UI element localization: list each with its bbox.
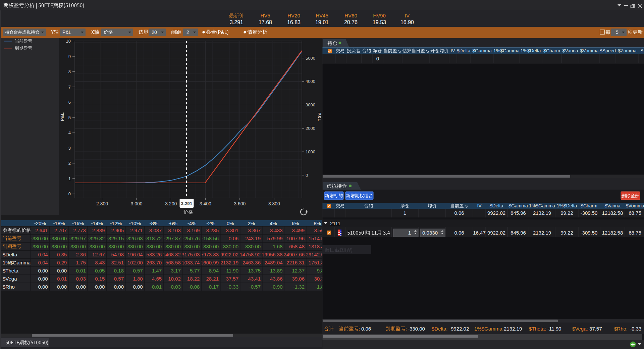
svg-text:0.00: 0.00 <box>38 284 48 290</box>
svg-text:-0.01: -0.01 <box>150 284 162 290</box>
svg-text:12182.58: 12182.58 <box>602 230 623 236</box>
svg-text:2.971: 2.971 <box>130 228 143 233</box>
svg-text:$Rho: $Rho <box>3 284 15 290</box>
svg-text:3.291: 3.291 <box>230 19 243 25</box>
svg-text:1007.96: 1007.96 <box>286 236 305 241</box>
svg-text:$Vega:: $Vega: <box>572 326 588 332</box>
svg-text:HV90: HV90 <box>373 13 386 18</box>
svg-text:9: 9 <box>68 54 71 59</box>
svg-text:3.103: 3.103 <box>168 228 181 233</box>
svg-text:568.58: 568.58 <box>165 260 181 265</box>
svg-text:24907.66: 24907.66 <box>283 252 305 257</box>
svg-text:$Theta: $Theta <box>3 268 18 273</box>
svg-text:$Gamma: $Gamma <box>508 203 528 208</box>
svg-text:$Rho:: $Rho: <box>614 326 628 332</box>
svg-text:4000: 4000 <box>306 79 315 84</box>
svg-text:$Vomma: $Vomma <box>626 203 644 208</box>
svg-text:-330.00: -330.00 <box>221 244 238 249</box>
svg-text:0.0330: 0.0330 <box>422 230 438 236</box>
svg-text:3.291: 3.291 <box>181 201 193 206</box>
svg-text:19.01: 19.01 <box>315 19 329 25</box>
svg-text:1%$Gamma: 1%$Gamma <box>3 260 31 265</box>
svg-text:1033.74: 1033.74 <box>181 260 200 265</box>
svg-text:-13.89: -13.89 <box>268 268 283 273</box>
svg-text:-330.00: -330.00 <box>50 236 67 241</box>
svg-text:10: 10 <box>66 39 71 44</box>
svg-text:3.235: 3.235 <box>206 228 219 233</box>
svg-text:2.36: 2.36 <box>76 252 86 257</box>
svg-text:645.96: 645.96 <box>511 210 526 216</box>
svg-text:-330.00: -330.00 <box>107 244 124 249</box>
svg-text:12182.58: 12182.58 <box>602 210 623 216</box>
svg-text:1000: 1000 <box>306 149 315 154</box>
svg-text:20.76: 20.76 <box>344 19 358 25</box>
svg-text:43.41: 43.41 <box>248 276 261 282</box>
svg-text:3.200: 3.200 <box>165 201 177 206</box>
svg-text:32.51: 32.51 <box>111 260 124 265</box>
svg-text:-0.01: -0.01 <box>74 268 86 273</box>
svg-text:-0.05: -0.05 <box>93 268 105 273</box>
svg-text:-14%: -14% <box>91 220 103 226</box>
svg-text:196.04: 196.04 <box>127 252 143 257</box>
svg-text:$Delta: $Delta <box>457 48 471 53</box>
svg-text:2: 2 <box>68 161 71 166</box>
svg-text:-330.00: -330.00 <box>202 244 219 249</box>
svg-text:2132.19: 2132.19 <box>220 260 238 265</box>
svg-text:-250.76: -250.76 <box>183 236 200 241</box>
svg-text:17.68: 17.68 <box>259 19 272 25</box>
svg-text:$Vanna: $Vanna <box>604 203 620 208</box>
svg-text:-1.47: -1.47 <box>150 268 162 273</box>
svg-text:0.00: 0.00 <box>38 276 48 282</box>
svg-text:2111: 2111 <box>330 220 340 226</box>
svg-text:HV45: HV45 <box>316 13 328 18</box>
svg-text:-297.87: -297.87 <box>164 236 181 241</box>
svg-text:-3.17: -3.17 <box>169 268 181 273</box>
svg-text:2132.19: 2132.19 <box>533 230 551 236</box>
svg-text:3175.03: 3175.03 <box>181 252 200 257</box>
svg-text:16.83: 16.83 <box>287 19 301 25</box>
svg-text:$Zomma: $Zomma <box>618 48 636 53</box>
svg-text:28.21: 28.21 <box>206 276 219 282</box>
svg-text:9922.02: 9922.02 <box>220 252 238 257</box>
svg-text:-309.50: -309.50 <box>581 210 598 216</box>
svg-text:P&L: P&L <box>317 112 322 121</box>
svg-text:16.47: 16.47 <box>473 230 486 236</box>
svg-text:$Speed: $Speed <box>600 48 616 53</box>
svg-text:$Charm: $Charm <box>543 48 560 53</box>
svg-text:-11.90: -11.90 <box>547 326 561 332</box>
svg-text:0.06: 0.06 <box>454 230 464 236</box>
svg-text:-330.00: -330.00 <box>50 244 67 249</box>
svg-text:8%: 8% <box>314 220 321 226</box>
svg-text:-0.33: -0.33 <box>227 284 238 290</box>
svg-text:-318.72: -318.72 <box>145 236 162 241</box>
svg-text:0: 0 <box>68 191 71 196</box>
svg-text:5: 5 <box>616 30 619 35</box>
svg-text:2.773: 2.773 <box>73 228 86 233</box>
svg-text:2.800: 2.800 <box>96 201 108 206</box>
svg-text:1: 1 <box>68 176 71 181</box>
svg-text:-330.00: -330.00 <box>164 244 181 249</box>
svg-text:3000: 3000 <box>306 102 315 107</box>
svg-text:IV: IV <box>405 13 410 18</box>
svg-text:4.65: 4.65 <box>152 276 162 282</box>
svg-text:0.03: 0.03 <box>76 276 86 282</box>
svg-text:263.70: 263.70 <box>146 260 162 265</box>
svg-text:-330.00: -330.00 <box>31 244 48 249</box>
svg-text:0.00: 0.00 <box>114 284 124 290</box>
svg-text:-330.00: -330.00 <box>126 244 143 249</box>
svg-text:2489.04: 2489.04 <box>264 260 282 265</box>
svg-text:0.06: 0.06 <box>361 326 371 332</box>
svg-text:-330.00: -330.00 <box>408 326 425 332</box>
svg-text:1.75: 1.75 <box>76 260 86 265</box>
svg-text:0%: 0% <box>227 220 234 226</box>
svg-text:658.48: 658.48 <box>289 244 305 249</box>
svg-text:0.00: 0.00 <box>38 268 48 273</box>
svg-text:-18%: -18% <box>53 220 65 226</box>
svg-text:99.22: 99.22 <box>560 210 573 216</box>
svg-text:3.400: 3.400 <box>200 201 211 206</box>
svg-text:5000: 5000 <box>306 56 315 61</box>
svg-text:2132.19: 2132.19 <box>533 210 551 216</box>
svg-text:0.29: 0.29 <box>57 260 67 265</box>
svg-text:-330.00: -330.00 <box>88 244 105 249</box>
svg-text:3.169: 3.169 <box>187 228 200 233</box>
